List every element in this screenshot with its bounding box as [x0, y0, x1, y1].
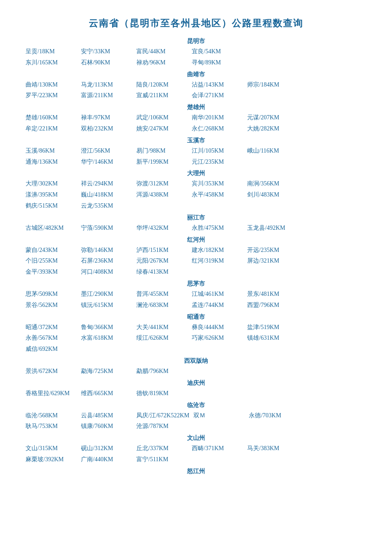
distance-item-8-0-1: 鲁甸/366KM — [81, 322, 132, 332]
distance-item-11-0-3: 双Ｍ — [193, 410, 245, 421]
distance-item-4-0-1: 祥云/294KM — [81, 179, 132, 189]
distance-row-6-2: 金平/393KM河口/408KM绿春/413KM — [26, 266, 366, 278]
distance-row-3-1: 通海/136KM华宁/146KM新平/199KM元江/235KM — [26, 156, 366, 168]
distance-item-6-0-4: 开远/235KM — [247, 245, 298, 255]
region-block-3: 玉溪市玉溪/86KM澄江/56KM易门/98KM江川/105KM峨山/116KM… — [26, 137, 366, 168]
distance-item-9-0-0: 景洪/672KM — [26, 366, 77, 376]
distance-item-8-2-0: 威信/692KM — [26, 344, 77, 354]
distance-item-7-0-3: 江城/461KM — [192, 289, 243, 299]
region-block-7: 思茅市思茅/509KM墨江/290KM普洱/455KM江城/461KM景东/48… — [26, 280, 366, 311]
distance-row-12-0: 文山/315KM砚山/312KM丘北/337KM西畴/371KM马关/383KM — [26, 443, 366, 454]
region-name-0: 昆明市 — [26, 38, 366, 45]
distance-item-2-1-4: 大姚/282KM — [247, 124, 298, 134]
distance-item-11-1-1: 镇康/760KM — [81, 421, 132, 431]
distance-item-1-0-0: 曲靖/130KM — [26, 80, 77, 90]
distance-item-12-0-1: 砚山/312KM — [81, 443, 132, 454]
distance-item-4-1-3: 永平/458KM — [192, 190, 243, 200]
distance-item-8-1-0: 永善/567KM — [26, 333, 77, 343]
distance-row-7-1: 景谷/562KM镇沅/615KM澜沧/683KM孟连/744KM西盟/796KM — [26, 300, 366, 311]
distance-item-5-0-3: 永胜/475KM — [192, 223, 243, 233]
distance-item-8-1-3: 巧家/626KM — [192, 333, 243, 343]
distance-item-12-1-1: 广南/440KM — [81, 454, 132, 465]
distance-item-10-0-0: 香格里拉/629KM — [26, 388, 77, 399]
distance-item-4-0-3: 宾川/353KM — [192, 179, 243, 189]
distance-item-8-0-3: 彝良/444KM — [192, 322, 243, 332]
distance-item-2-0-4: 元谋/207KM — [247, 113, 298, 123]
distance-item-8-1-4: 镇雄/631KM — [247, 333, 298, 343]
distance-item-5-0-0: 古城区/482KM — [26, 223, 77, 233]
distance-item-0-0-0: 呈贡/18KM — [26, 46, 77, 57]
distance-item-4-1-1: 巍山/418KM — [81, 190, 132, 200]
distance-item-2-0-0: 楚雄/160KM — [26, 113, 77, 123]
distance-item-3-0-4: 峨山/116KM — [247, 146, 298, 156]
distance-row-1-0: 曲靖/130KM马龙/113KM陆良/120KM沾益/143KM师宗/184KM — [26, 79, 366, 90]
distance-item-8-1-2: 绥江/626KM — [136, 333, 187, 343]
distance-item-0-1-2: 禄劝/96KM — [136, 58, 187, 68]
distance-item-11-0-0: 临沧/568KM — [26, 410, 77, 421]
distance-row-8-0: 昭通/372KM鲁甸/366KM大关/441KM彝良/444KM盐津/519KM — [26, 322, 366, 333]
content-area: 昆明市呈贡/18KM安宁/33KM富民/44KM宜良/54KM东川/165KM石… — [26, 38, 366, 475]
distance-row-5-0: 古城区/482KM宁蒗/590KM华坪/432KM永胜/475KM玉龙县/492… — [26, 223, 366, 234]
region-name-9: 西双版纳 — [26, 357, 366, 365]
distance-item-0-1-1: 石林/90KM — [81, 58, 132, 68]
region-name-6: 红河州 — [26, 236, 366, 244]
distance-item-6-0-1: 弥勒/146KM — [81, 245, 132, 255]
distance-item-2-0-1: 禄丰/97KM — [81, 113, 132, 123]
distance-item-4-0-0: 大理/302KM — [26, 179, 77, 189]
distance-row-8-2: 威信/692KM — [26, 344, 366, 355]
distance-row-7-0: 思茅/509KM墨江/290KM普洱/455KM江城/461KM景东/481KM — [26, 289, 366, 300]
distance-item-6-2-2: 绿春/413KM — [136, 267, 187, 277]
distance-row-6-1: 个旧/255KM石屏/236KM元阳/267KM红河/319KM屏边/321KM — [26, 255, 366, 266]
region-block-10: 迪庆州香格里拉/629KM维西/665KM德钦/819KM — [26, 379, 366, 399]
region-block-0: 昆明市呈贡/18KM安宁/33KM富民/44KM宜良/54KM东川/165KM石… — [26, 38, 366, 68]
distance-item-6-2-0: 金平/393KM — [26, 267, 77, 277]
distance-item-3-1-2: 新平/199KM — [136, 157, 187, 167]
distance-item-0-0-2: 富民/44KM — [136, 46, 187, 57]
distance-item-11-0-4: 永德/703KM — [249, 410, 300, 421]
distance-item-4-2-1: 云龙/535KM — [81, 201, 132, 211]
distance-item-5-0-4: 玉龙县/492KM — [247, 223, 298, 233]
region-name-10: 迪庆州 — [26, 379, 366, 387]
distance-item-1-1-3: 会泽/271KM — [192, 90, 243, 101]
distance-item-7-0-4: 景东/481KM — [247, 289, 298, 299]
region-block-5: 丽江市古城区/482KM宁蒗/590KM华坪/432KM永胜/475KM玉龙县/… — [26, 214, 366, 234]
distance-item-12-0-3: 西畴/371KM — [192, 443, 243, 454]
distance-item-6-0-2: 泸西/151KM — [136, 245, 187, 255]
distance-item-3-0-1: 澄江/56KM — [81, 146, 132, 156]
region-name-2: 楚雄州 — [26, 104, 366, 111]
region-name-13: 怒江州 — [26, 468, 366, 475]
distance-item-2-1-3: 永仁/268KM — [192, 124, 243, 134]
distance-item-1-1-0: 罗平/223KM — [26, 90, 77, 101]
distance-row-6-0: 蒙自/243KM弥勒/146KM泸西/151KM建水/182KM开远/235KM — [26, 245, 366, 256]
distance-item-10-0-2: 德钦/819KM — [136, 388, 187, 399]
distance-item-5-0-1: 宁蒗/590KM — [81, 223, 132, 233]
region-block-6: 红河州蒙自/243KM弥勒/146KM泸西/151KM建水/182KM开远/23… — [26, 236, 366, 278]
distance-item-12-1-0: 麻栗坡/392KM — [26, 454, 77, 465]
distance-item-6-1-0: 个旧/255KM — [26, 256, 77, 266]
region-name-5: 丽江市 — [26, 214, 366, 222]
distance-item-6-1-1: 石屏/236KM — [81, 256, 132, 266]
distance-item-1-0-3: 沾益/143KM — [192, 80, 243, 90]
distance-item-2-0-3: 南华/201KM — [192, 113, 243, 123]
distance-item-11-1-2: 沧源/787KM — [136, 421, 187, 431]
region-name-4: 大理州 — [26, 170, 366, 177]
distance-item-12-0-0: 文山/315KM — [26, 443, 77, 454]
distance-item-9-0-1: 勐海/725KM — [81, 366, 132, 376]
distance-row-2-1: 牟定/221KM双柏/232KM姚安/247KM永仁/268KM大姚/282KM — [26, 123, 366, 134]
region-name-12: 文山州 — [26, 434, 366, 442]
region-block-2: 楚雄州楚雄/160KM禄丰/97KM武定/106KM南华/201KM元谋/207… — [26, 104, 366, 134]
distance-item-3-0-2: 易门/98KM — [136, 146, 187, 156]
distance-item-12-0-2: 丘北/337KM — [136, 443, 187, 454]
distance-item-0-1-0: 东川/165KM — [26, 58, 77, 68]
distance-item-1-0-2: 陆良/120KM — [136, 80, 187, 90]
distance-row-11-0: 临沧/568KM云县/485KM凤庆/江/672K522KM双Ｍ永德/703KM — [26, 410, 366, 421]
region-name-11: 临沧市 — [26, 402, 366, 409]
distance-item-6-0-0: 蒙自/243KM — [26, 245, 77, 255]
region-block-9: 西双版纳景洪/672KM勐海/725KM勐腊/796KM — [26, 357, 366, 377]
distance-item-6-1-3: 红河/319KM — [192, 256, 243, 266]
distance-item-6-0-3: 建水/182KM — [192, 245, 243, 255]
distance-row-8-1: 永善/567KM水富/618KM绥江/626KM巧家/626KM镇雄/631KM — [26, 332, 366, 344]
region-block-8: 昭通市昭通/372KM鲁甸/366KM大关/441KM彝良/444KM盐津/51… — [26, 313, 366, 355]
distance-item-4-1-0: 漾濞/395KM — [26, 190, 77, 200]
distance-item-0-0-3: 宜良/54KM — [192, 46, 243, 57]
